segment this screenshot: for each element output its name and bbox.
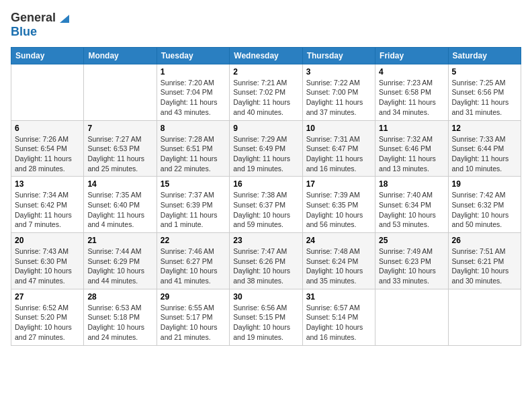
day-number: 1 (161, 67, 226, 77)
day-number: 27 (15, 292, 80, 302)
calendar-cell: 16Sunrise: 7:38 AM Sunset: 6:37 PM Dayli… (230, 177, 302, 233)
calendar-header-thursday: Thursday (302, 47, 375, 64)
day-number: 30 (233, 292, 298, 302)
day-number: 20 (15, 236, 80, 245)
day-number: 18 (379, 179, 444, 189)
day-number: 11 (379, 124, 444, 133)
day-info: Sunrise: 6:52 AM Sunset: 5:20 PM Dayligh… (15, 303, 80, 342)
logo: General Blue (11, 11, 72, 39)
calendar-cell: 10Sunrise: 7:31 AM Sunset: 6:47 PM Dayli… (302, 120, 375, 177)
day-number: 19 (452, 179, 517, 189)
day-info: Sunrise: 7:23 AM Sunset: 6:58 PM Dayligh… (379, 78, 444, 118)
calendar-cell: 27Sunrise: 6:52 AM Sunset: 5:20 PM Dayli… (11, 289, 84, 345)
day-info: Sunrise: 7:20 AM Sunset: 7:04 PM Dayligh… (161, 78, 226, 118)
calendar-cell: 6Sunrise: 7:26 AM Sunset: 6:54 PM Daylig… (11, 120, 84, 177)
calendar-cell: 9Sunrise: 7:29 AM Sunset: 6:49 PM Daylig… (230, 120, 302, 177)
day-number: 16 (233, 179, 298, 189)
calendar-header-sunday: Sunday (11, 47, 84, 64)
day-info: Sunrise: 7:39 AM Sunset: 6:35 PM Dayligh… (306, 190, 371, 230)
day-info: Sunrise: 7:32 AM Sunset: 6:46 PM Dayligh… (379, 134, 444, 174)
day-info: Sunrise: 7:43 AM Sunset: 6:30 PM Dayligh… (15, 246, 80, 286)
calendar-header-row: SundayMondayTuesdayWednesdayThursdayFrid… (11, 47, 521, 64)
day-info: Sunrise: 7:42 AM Sunset: 6:32 PM Dayligh… (452, 190, 517, 230)
day-info: Sunrise: 7:48 AM Sunset: 6:24 PM Dayligh… (306, 246, 371, 286)
calendar-cell: 2Sunrise: 7:21 AM Sunset: 7:02 PM Daylig… (230, 64, 302, 120)
day-number: 23 (233, 236, 298, 245)
day-number: 4 (379, 67, 444, 77)
logo-blue: Blue (11, 25, 37, 38)
calendar-cell (11, 64, 84, 120)
day-number: 22 (161, 236, 226, 245)
day-info: Sunrise: 7:27 AM Sunset: 6:53 PM Dayligh… (87, 134, 152, 174)
calendar-cell: 26Sunrise: 7:51 AM Sunset: 6:21 PM Dayli… (448, 233, 521, 289)
calendar-header-friday: Friday (375, 47, 448, 64)
calendar-cell: 12Sunrise: 7:33 AM Sunset: 6:44 PM Dayli… (448, 120, 521, 177)
day-number: 12 (452, 124, 517, 133)
day-number: 31 (306, 292, 371, 302)
day-info: Sunrise: 7:33 AM Sunset: 6:44 PM Dayligh… (452, 134, 517, 174)
page-header: General Blue (11, 11, 521, 39)
day-info: Sunrise: 7:51 AM Sunset: 6:21 PM Dayligh… (452, 246, 517, 286)
calendar-cell: 13Sunrise: 7:34 AM Sunset: 6:42 PM Dayli… (11, 177, 84, 233)
calendar-cell: 24Sunrise: 7:48 AM Sunset: 6:24 PM Dayli… (302, 233, 375, 289)
calendar-cell: 23Sunrise: 7:47 AM Sunset: 6:26 PM Dayli… (230, 233, 302, 289)
day-info: Sunrise: 7:28 AM Sunset: 6:51 PM Dayligh… (161, 134, 226, 174)
day-info: Sunrise: 7:25 AM Sunset: 6:56 PM Dayligh… (452, 78, 517, 118)
calendar-header-monday: Monday (84, 47, 157, 64)
calendar-cell: 8Sunrise: 7:28 AM Sunset: 6:51 PM Daylig… (157, 120, 229, 177)
calendar-cell: 18Sunrise: 7:40 AM Sunset: 6:34 PM Dayli… (375, 177, 448, 233)
day-info: Sunrise: 6:56 AM Sunset: 5:15 PM Dayligh… (233, 303, 298, 342)
calendar-cell: 11Sunrise: 7:32 AM Sunset: 6:46 PM Dayli… (375, 120, 448, 177)
day-number: 13 (15, 179, 80, 189)
calendar-cell (448, 289, 521, 345)
calendar-cell: 17Sunrise: 7:39 AM Sunset: 6:35 PM Dayli… (302, 177, 375, 233)
calendar-cell: 30Sunrise: 6:56 AM Sunset: 5:15 PM Dayli… (230, 289, 302, 345)
day-number: 9 (233, 124, 298, 133)
day-number: 3 (306, 67, 371, 77)
day-info: Sunrise: 7:37 AM Sunset: 6:39 PM Dayligh… (161, 190, 226, 230)
day-info: Sunrise: 6:55 AM Sunset: 5:17 PM Dayligh… (161, 303, 226, 342)
day-number: 5 (452, 67, 517, 77)
calendar-cell: 29Sunrise: 6:55 AM Sunset: 5:17 PM Dayli… (157, 289, 229, 345)
calendar-cell: 21Sunrise: 7:44 AM Sunset: 6:29 PM Dayli… (84, 233, 157, 289)
day-number: 8 (161, 124, 226, 133)
calendar-cell: 1Sunrise: 7:20 AM Sunset: 7:04 PM Daylig… (157, 64, 229, 120)
day-info: Sunrise: 6:53 AM Sunset: 5:18 PM Dayligh… (87, 303, 152, 342)
day-info: Sunrise: 7:40 AM Sunset: 6:34 PM Dayligh… (379, 190, 444, 230)
day-number: 21 (87, 236, 152, 245)
day-number: 29 (161, 292, 226, 302)
day-number: 26 (452, 236, 517, 245)
calendar-cell: 15Sunrise: 7:37 AM Sunset: 6:39 PM Dayli… (157, 177, 229, 233)
calendar-cell: 22Sunrise: 7:46 AM Sunset: 6:27 PM Dayli… (157, 233, 229, 289)
day-info: Sunrise: 7:44 AM Sunset: 6:29 PM Dayligh… (87, 246, 152, 286)
calendar-header-saturday: Saturday (448, 47, 521, 64)
day-info: Sunrise: 7:49 AM Sunset: 6:23 PM Dayligh… (379, 246, 444, 286)
day-number: 24 (306, 236, 371, 245)
day-info: Sunrise: 7:26 AM Sunset: 6:54 PM Dayligh… (15, 134, 80, 174)
calendar-cell: 5Sunrise: 7:25 AM Sunset: 6:56 PM Daylig… (448, 64, 521, 120)
day-info: Sunrise: 7:46 AM Sunset: 6:27 PM Dayligh… (161, 246, 226, 286)
calendar-cell: 19Sunrise: 7:42 AM Sunset: 6:32 PM Dayli… (448, 177, 521, 233)
day-info: Sunrise: 7:38 AM Sunset: 6:37 PM Dayligh… (233, 190, 298, 230)
day-number: 28 (87, 292, 152, 302)
day-info: Sunrise: 7:31 AM Sunset: 6:47 PM Dayligh… (306, 134, 371, 174)
day-number: 15 (161, 179, 226, 189)
day-info: Sunrise: 7:47 AM Sunset: 6:26 PM Dayligh… (233, 246, 298, 286)
svg-marker-0 (60, 15, 69, 23)
calendar-cell: 3Sunrise: 7:22 AM Sunset: 7:00 PM Daylig… (302, 64, 375, 120)
calendar-cell: 4Sunrise: 7:23 AM Sunset: 6:58 PM Daylig… (375, 64, 448, 120)
calendar-week-5: 27Sunrise: 6:52 AM Sunset: 5:20 PM Dayli… (11, 289, 521, 345)
calendar-cell: 25Sunrise: 7:49 AM Sunset: 6:23 PM Dayli… (375, 233, 448, 289)
day-info: Sunrise: 7:34 AM Sunset: 6:42 PM Dayligh… (15, 190, 80, 230)
day-info: Sunrise: 7:29 AM Sunset: 6:49 PM Dayligh… (233, 134, 298, 174)
day-number: 10 (306, 124, 371, 133)
logo-general: General (11, 11, 56, 25)
calendar-cell (84, 64, 157, 120)
calendar-cell: 20Sunrise: 7:43 AM Sunset: 6:30 PM Dayli… (11, 233, 84, 289)
day-info: Sunrise: 7:35 AM Sunset: 6:40 PM Dayligh… (87, 190, 152, 230)
day-number: 25 (379, 236, 444, 245)
calendar-cell: 7Sunrise: 7:27 AM Sunset: 6:53 PM Daylig… (84, 120, 157, 177)
calendar-week-1: 1Sunrise: 7:20 AM Sunset: 7:04 PM Daylig… (11, 64, 521, 120)
calendar-header-tuesday: Tuesday (157, 47, 229, 64)
logo-triangle-icon (57, 11, 72, 26)
